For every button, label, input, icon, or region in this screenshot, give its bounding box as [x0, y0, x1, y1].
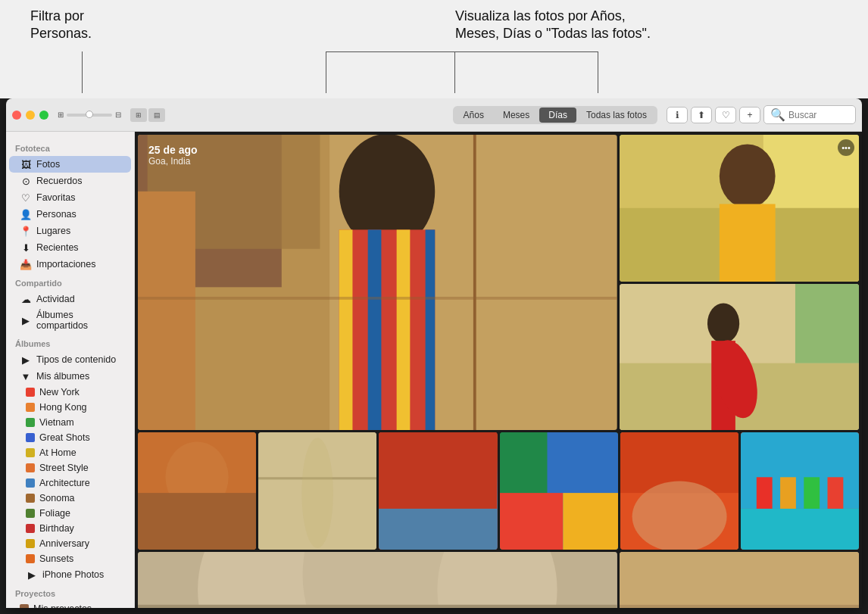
annotation-right: Visualiza las fotos por Años,Meses, Días… — [455, 8, 651, 43]
content-area: Fototeca 🖼 Fotos ⊙ Recuerdos ♡ Favoritas… — [6, 132, 862, 608]
search-input[interactable] — [788, 110, 849, 120]
more-options-button[interactable]: ••• — [838, 139, 854, 156]
tab-anos[interactable]: Años — [454, 108, 493, 123]
sonoma-album-icon — [26, 494, 35, 503]
sidebar-item-sonoma[interactable]: Sonoma — [9, 491, 131, 506]
right-photos: ••• — [620, 135, 859, 430]
close-button[interactable] — [12, 111, 21, 120]
grid-row-last — [138, 552, 859, 608]
sidebar-label-hong-kong: Hong Kong — [39, 402, 87, 413]
svg-rect-17 — [719, 204, 775, 281]
sidebar-item-fotos[interactable]: 🖼 Fotos — [9, 156, 131, 173]
sidebar-item-mis-proyectos[interactable]: Mis proyectos — [9, 601, 131, 608]
sidebar-item-tipos-contenido[interactable]: ▶ Tipos de contenido — [9, 351, 131, 368]
svg-rect-51 — [138, 605, 617, 608]
svg-rect-12 — [138, 297, 617, 300]
sidebar-item-sunsets[interactable]: Sunsets — [9, 551, 131, 566]
great-shots-album-icon — [26, 433, 35, 442]
grid-row-top: 25 de ago Goa, India — [138, 135, 859, 430]
svg-rect-54 — [620, 552, 859, 605]
favorite-button[interactable]: ♡ — [715, 107, 736, 123]
svg-rect-36 — [563, 493, 618, 550]
sidebar-item-personas[interactable]: 👤 Personas — [9, 206, 131, 223]
section-header-albumes: Álbumes — [6, 333, 134, 351]
right-photo-bottom[interactable] — [620, 284, 859, 431]
fullscreen-button[interactable] — [39, 111, 48, 120]
vietnam-album-icon — [26, 418, 35, 427]
view-grid-button[interactable]: ⊞ — [130, 108, 147, 122]
section-header-proyectos: Proyectos — [6, 583, 134, 601]
svg-rect-20 — [795, 284, 859, 363]
sidebar-item-albumes-compartidos[interactable]: ▶ Álbumes compartidos — [9, 307, 131, 333]
toolbar-actions: ℹ ⬆ ♡ + 🔍 — [667, 105, 856, 124]
tab-dias[interactable]: Días — [539, 108, 576, 123]
sidebar-item-hong-kong[interactable]: Hong Kong — [9, 400, 131, 415]
last-photo-1[interactable] — [620, 552, 859, 608]
architecture-album-icon — [26, 478, 35, 488]
sidebar-item-vietnam[interactable]: Vietnam — [9, 415, 131, 430]
sidebar-item-new-york[interactable]: New York — [9, 385, 131, 400]
people-icon: 👤 — [20, 208, 32, 220]
bottom-photo-4[interactable] — [500, 432, 618, 550]
sidebar-item-favoritas[interactable]: ♡ Favoritas — [9, 189, 131, 206]
sidebar-item-actividad[interactable]: ☁ Actividad — [9, 291, 131, 307]
svg-rect-31 — [379, 432, 497, 509]
tab-todas[interactable]: Todas las fotos — [577, 108, 656, 123]
view-list-button[interactable]: ▤ — [148, 108, 165, 122]
bottom-photo-1[interactable] — [138, 432, 256, 550]
info-button[interactable]: ℹ — [667, 107, 688, 123]
sidebar: Fototeca 🖼 Fotos ⊙ Recuerdos ♡ Favoritas… — [6, 132, 135, 608]
right-photo-top[interactable]: ••• — [620, 135, 859, 282]
sidebar-label-fotos: Fotos — [36, 159, 60, 170]
sidebar-label-actividad: Actividad — [36, 294, 75, 304]
imports-icon: 📥 — [20, 258, 32, 270]
svg-point-48 — [198, 552, 317, 608]
sidebar-item-anniversary[interactable]: Anniversary — [9, 536, 131, 551]
svg-point-16 — [719, 144, 775, 207]
sidebar-item-importaciones[interactable]: 📥 Importaciones — [9, 256, 131, 273]
share-button[interactable]: ⬆ — [691, 107, 712, 123]
grid-row-bottom — [138, 432, 859, 550]
tab-meses[interactable]: Meses — [494, 108, 539, 123]
sidebar-item-lugares[interactable]: 📍 Lugares — [9, 223, 131, 239]
slider-small-icon: ⊞ — [58, 111, 64, 119]
photo-overlay-text: 25 de ago Goa, India — [148, 144, 198, 167]
bottom-photo-2[interactable] — [258, 432, 376, 550]
bottom-photo-5[interactable] — [620, 432, 738, 550]
minimize-button[interactable] — [26, 111, 35, 120]
birthday-album-icon — [26, 524, 35, 533]
sidebar-item-foliage[interactable]: Foliage — [9, 506, 131, 521]
main-photo[interactable]: 25 de ago Goa, India — [138, 135, 617, 430]
size-slider[interactable] — [67, 114, 112, 117]
sidebar-label-iphone-photos: iPhone Photos — [42, 569, 104, 580]
sidebar-item-great-shots[interactable]: Great Shots — [9, 430, 131, 445]
sidebar-label-foliage: Foliage — [39, 508, 70, 519]
sidebar-item-at-home[interactable]: At Home — [9, 445, 131, 460]
sidebar-label-recientes: Recientes — [36, 242, 79, 253]
last-photo-wide[interactable] — [138, 552, 617, 608]
sidebar-item-recuerdos[interactable]: ⊙ Recuerdos — [9, 173, 131, 189]
photo-date: 25 de ago — [148, 144, 198, 156]
sidebar-item-iphone-photos[interactable]: ▶ iPhone Photos — [9, 566, 131, 583]
my-albums-icon: ▼ — [20, 370, 32, 382]
slider-thumb — [86, 111, 93, 118]
sidebar-item-recientes[interactable]: ⬇ Recientes — [9, 239, 131, 256]
svg-point-49 — [302, 552, 452, 608]
sidebar-label-personas: Personas — [36, 209, 76, 220]
view-toggle: ⊞ ▤ — [130, 108, 165, 122]
svg-rect-8 — [368, 229, 382, 430]
bottom-photo-3[interactable] — [379, 432, 497, 550]
add-to-album-button[interactable]: + — [739, 107, 760, 123]
sidebar-item-street-style[interactable]: Street Style — [9, 460, 131, 475]
svg-rect-42 — [741, 509, 859, 550]
sidebar-item-birthday[interactable]: Birthday — [9, 521, 131, 536]
annotation-line-right — [454, 51, 455, 93]
sidebar-label-at-home: At Home — [39, 447, 76, 458]
slider-large-icon: ⊟ — [115, 111, 121, 119]
sidebar-label-tipos-contenido: Tipos de contenido — [36, 354, 116, 365]
sidebar-item-mis-albumes[interactable]: ▼ Mis álbumes — [9, 368, 131, 385]
bottom-photo-6[interactable] — [741, 432, 859, 550]
svg-rect-10 — [426, 229, 436, 430]
svg-rect-6 — [339, 229, 436, 430]
sidebar-item-architecture[interactable]: Architecture — [9, 475, 131, 491]
